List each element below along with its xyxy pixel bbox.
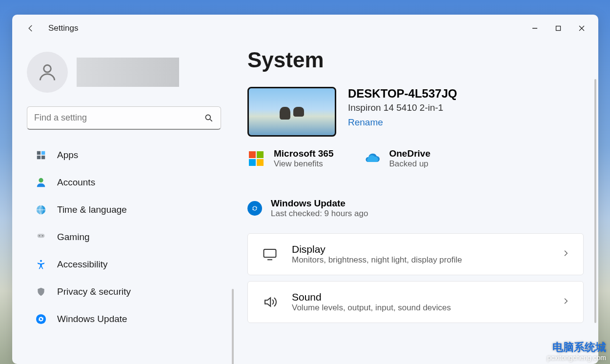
sidebar-item-label: Gaming <box>57 232 90 243</box>
time-language-icon <box>36 204 46 215</box>
svg-point-16 <box>40 260 42 262</box>
sidebar-item-gaming[interactable]: Gaming <box>27 224 232 250</box>
sidebar-item-label: Windows Update <box>57 314 127 324</box>
display-icon <box>262 246 278 263</box>
close-button[interactable] <box>570 19 593 38</box>
sidebar-item-label: Time & language <box>57 204 127 215</box>
setting-sub: Monitors, brightness, night light, displ… <box>292 255 462 265</box>
setting-sub: Volume levels, output, input, sound devi… <box>292 303 451 313</box>
setting-title: Display <box>292 243 462 255</box>
status-title: Windows Update <box>271 198 368 209</box>
minimize-button[interactable] <box>523 19 547 38</box>
svg-point-5 <box>205 115 210 120</box>
svg-line-6 <box>210 119 212 121</box>
sidebar-item-apps[interactable]: Apps <box>27 142 232 168</box>
status-title: OneDrive <box>389 148 430 159</box>
status-microsoft365[interactable]: Microsoft 365 View benefits <box>247 148 333 169</box>
nav-list: Apps Accounts Time & language <box>27 142 232 332</box>
svg-point-15 <box>42 235 43 236</box>
svg-point-14 <box>39 235 40 236</box>
gaming-icon <box>36 232 46 243</box>
setting-sound[interactable]: Sound Volume levels, output, input, soun… <box>247 281 584 323</box>
sidebar-item-windows-update[interactable]: Windows Update <box>27 306 232 332</box>
status-windows-update[interactable]: Windows Update Last checked: 9 hours ago <box>247 198 584 219</box>
shield-icon <box>36 286 46 297</box>
avatar <box>27 52 68 93</box>
search-input[interactable] <box>34 113 204 123</box>
status-section: Microsoft 365 View benefits OneDrive Bac… <box>247 148 584 219</box>
status-title: Microsoft 365 <box>274 148 333 159</box>
sidebar-item-label: Accounts <box>57 177 95 188</box>
settings-list: Display Monitors, brightness, night ligh… <box>247 233 584 323</box>
device-thumbnail[interactable] <box>247 87 336 137</box>
chevron-right-icon <box>562 297 569 307</box>
main-content: System DESKTOP-4L537JQ Inspiron 14 5410 … <box>237 42 598 364</box>
titlebar: Settings <box>12 15 598 42</box>
device-model: Inspiron 14 5410 2-in-1 <box>348 102 457 113</box>
search-icon <box>204 113 214 123</box>
svg-rect-13 <box>38 234 45 238</box>
accessibility-icon <box>36 259 46 270</box>
window-controls <box>523 19 593 38</box>
maximize-button[interactable] <box>547 19 570 38</box>
status-sub: Last checked: 9 hours ago <box>271 209 368 219</box>
back-button[interactable] <box>22 20 40 37</box>
apps-icon <box>36 150 46 161</box>
device-section: DESKTOP-4L537JQ Inspiron 14 5410 2-in-1 … <box>247 87 584 137</box>
user-name-placeholder <box>77 58 179 87</box>
svg-rect-8 <box>41 151 45 155</box>
svg-point-17 <box>36 314 46 324</box>
app-title: Settings <box>48 23 78 33</box>
status-sub: Backed up <box>389 159 430 169</box>
main-scrollbar[interactable] <box>594 79 596 323</box>
page-title: System <box>247 48 584 72</box>
status-onedrive[interactable]: OneDrive Backed up <box>363 148 430 169</box>
sidebar-item-accessibility[interactable]: Accessibility <box>27 252 232 277</box>
settings-window: Settings <box>12 15 598 364</box>
microsoft-logo-icon <box>247 150 265 167</box>
sidebar-item-time-language[interactable]: Time & language <box>27 197 232 222</box>
search-box[interactable] <box>27 106 221 130</box>
rename-link[interactable]: Rename <box>348 117 457 128</box>
svg-point-4 <box>44 65 51 72</box>
sidebar-item-accounts[interactable]: Accounts <box>27 170 232 195</box>
sidebar-item-label: Privacy & security <box>57 286 131 297</box>
chevron-right-icon <box>562 249 569 259</box>
accounts-icon <box>36 177 46 188</box>
sidebar-item-privacy-security[interactable]: Privacy & security <box>27 279 232 304</box>
sound-icon <box>262 294 278 310</box>
svg-rect-10 <box>41 156 45 159</box>
status-sub: View benefits <box>274 159 333 169</box>
setting-display[interactable]: Display Monitors, brightness, night ligh… <box>247 233 584 275</box>
sidebar-item-label: Accessibility <box>57 259 107 270</box>
svg-rect-19 <box>264 249 276 257</box>
sidebar-scrollbar[interactable] <box>232 289 234 364</box>
device-name: DESKTOP-4L537JQ <box>348 87 457 101</box>
user-profile[interactable] <box>27 52 232 93</box>
sidebar-item-label: Apps <box>57 150 78 161</box>
sidebar: Apps Accounts Time & language <box>12 42 237 364</box>
svg-rect-1 <box>556 26 561 31</box>
svg-point-11 <box>39 178 43 182</box>
onedrive-icon <box>363 150 380 167</box>
svg-rect-7 <box>37 151 41 155</box>
windows-update-status-icon <box>247 201 262 216</box>
windows-update-icon <box>36 314 46 324</box>
svg-rect-9 <box>37 156 41 159</box>
setting-title: Sound <box>292 291 451 303</box>
